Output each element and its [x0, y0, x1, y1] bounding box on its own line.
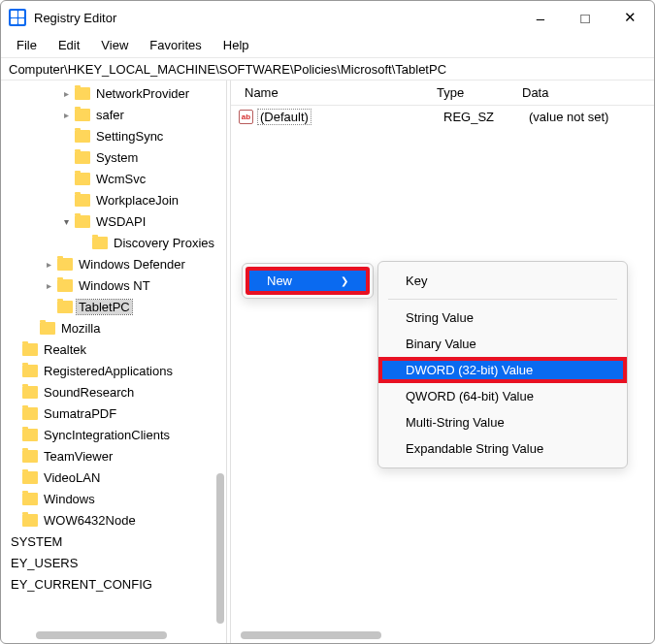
submenu-item[interactable]: DWORD (32-bit) Value	[378, 357, 627, 383]
value-type: REG_SZ	[443, 110, 529, 124]
tree-node[interactable]: SettingSync	[1, 125, 216, 146]
context-new[interactable]: New❯	[246, 267, 370, 295]
chevron-right-icon	[7, 364, 20, 377]
value-row[interactable]: ab (Default) REG_SZ (value not set)	[231, 106, 654, 127]
tree-node[interactable]: Mozilla	[1, 317, 216, 338]
menu-file[interactable]: File	[7, 36, 47, 55]
tree-label: EY_CURRENT_CONFIG	[9, 577, 154, 592]
column-headers: Name Type Data	[231, 80, 654, 106]
tree-node[interactable]: RegisteredApplications	[1, 360, 216, 381]
chevron-right-icon	[59, 193, 73, 207]
folder-icon	[22, 450, 38, 463]
chevron-right-icon[interactable]: ▸	[59, 108, 73, 121]
tree-label: safer	[94, 108, 126, 122]
close-button[interactable]: ✕	[607, 2, 652, 33]
submenu-item[interactable]: String Value	[378, 305, 627, 331]
tree-node[interactable]: SYSTEM	[1, 531, 216, 552]
window-controls: – □ ✕	[518, 2, 652, 33]
chevron-right-icon	[7, 470, 20, 484]
tree-node[interactable]: Windows	[1, 488, 216, 509]
chevron-right-icon	[1, 577, 7, 591]
string-value-icon: ab	[239, 110, 253, 124]
tree-node[interactable]: VideoLAN	[1, 467, 216, 488]
context-menu[interactable]: New❯	[242, 263, 374, 299]
chevron-right-icon	[7, 342, 20, 356]
value-name: (Default)	[257, 110, 443, 124]
chevron-right-icon[interactable]: ▸	[42, 257, 55, 271]
tree-node[interactable]: SyncIntegrationClients	[1, 424, 216, 445]
tree-node[interactable]: EY_USERS	[1, 552, 216, 573]
tree-label: SYSTEM	[9, 534, 64, 549]
chevron-right-icon	[59, 150, 73, 164]
chevron-down-icon[interactable]: ▾	[59, 214, 73, 228]
tree-node[interactable]: System	[1, 146, 216, 168]
submenu-item[interactable]: Binary Value	[378, 331, 627, 357]
folder-icon	[22, 514, 38, 527]
maximize-button[interactable]: □	[563, 2, 607, 33]
window-title: Registry Editor	[34, 11, 518, 25]
app-icon	[9, 9, 26, 26]
minimize-button[interactable]: –	[518, 2, 563, 33]
folder-icon	[92, 237, 108, 249]
chevron-right-icon	[77, 236, 90, 249]
tree-node[interactable]: SumatraPDF	[1, 402, 216, 424]
title-bar: Registry Editor – □ ✕	[1, 1, 654, 34]
tree-node[interactable]: Discovery Proxies	[1, 232, 216, 253]
folder-icon	[75, 194, 90, 207]
tree-node[interactable]: WorkplaceJoin	[1, 189, 216, 210]
tree-node[interactable]: TeamViewer	[1, 445, 216, 467]
chevron-right-icon[interactable]: ▸	[59, 86, 73, 100]
scrollbar-vertical[interactable]	[216, 473, 224, 624]
menu-help[interactable]: Help	[213, 36, 259, 55]
chevron-right-icon	[24, 321, 38, 335]
folder-icon	[75, 87, 90, 100]
tree-pane[interactable]: ▸NetworkProvider▸saferSettingSyncSystemW…	[1, 80, 226, 643]
menu-view[interactable]: View	[91, 36, 138, 55]
tree-node[interactable]: ▸NetworkProvider	[1, 82, 216, 104]
tree-node[interactable]: WcmSvc	[1, 168, 216, 189]
tree-node[interactable]: SoundResearch	[1, 381, 216, 402]
value-data: (value not set)	[529, 110, 608, 124]
col-name[interactable]: Name	[239, 81, 431, 104]
address-bar[interactable]: Computer\HKEY_LOCAL_MACHINE\SOFTWARE\Pol…	[1, 57, 654, 80]
submenu-item[interactable]: Expandable String Value	[378, 435, 627, 462]
tree-label: SumatraPDF	[42, 406, 118, 421]
folder-icon	[57, 301, 73, 313]
col-data[interactable]: Data	[516, 81, 554, 104]
folder-icon	[75, 130, 90, 143]
scrollbar-horizontal[interactable]	[36, 631, 167, 639]
col-type[interactable]: Type	[431, 81, 516, 104]
tree-label: SoundResearch	[42, 385, 136, 400]
submenu-item[interactable]: Key	[378, 268, 627, 294]
tree-node[interactable]: Realtek	[1, 338, 216, 360]
tree-label: TabletPC	[77, 300, 132, 314]
tree-node[interactable]: ▸Windows NT	[1, 274, 216, 296]
folder-icon	[22, 386, 38, 399]
tree-label: Windows NT	[77, 278, 152, 293]
tree-label: VideoLAN	[42, 470, 102, 485]
chevron-right-icon	[1, 534, 7, 548]
folder-icon	[75, 215, 90, 228]
submenu-new[interactable]: KeyString ValueBinary ValueDWORD (32-bit…	[377, 261, 628, 468]
tree-node[interactable]: TabletPC	[1, 296, 216, 317]
folder-icon	[75, 173, 90, 185]
submenu-item[interactable]: Multi-String Value	[378, 409, 627, 435]
separator	[388, 299, 617, 300]
menu-edit[interactable]: Edit	[49, 36, 89, 55]
chevron-right-icon[interactable]: ▸	[42, 278, 55, 292]
scrollbar-horizontal[interactable]	[241, 631, 381, 639]
tree-label: RegisteredApplications	[42, 364, 175, 378]
tree-node[interactable]: ▸safer	[1, 104, 216, 125]
tree-node[interactable]: EY_CURRENT_CONFIG	[1, 573, 216, 595]
tree-label: Discovery Proxies	[112, 236, 216, 250]
tree-label: TeamViewer	[42, 449, 115, 464]
chevron-right-icon	[59, 129, 73, 143]
chevron-right-icon	[7, 513, 20, 527]
chevron-right-icon	[1, 556, 7, 569]
tree-node[interactable]: ▸Windows Defender	[1, 253, 216, 274]
tree-node[interactable]: WOW6432Node	[1, 509, 216, 531]
menu-favorites[interactable]: Favorites	[140, 36, 211, 55]
tree-label: SettingSync	[94, 129, 165, 144]
submenu-item[interactable]: QWORD (64-bit) Value	[378, 383, 627, 409]
tree-node[interactable]: ▾WSDAPI	[1, 210, 216, 232]
